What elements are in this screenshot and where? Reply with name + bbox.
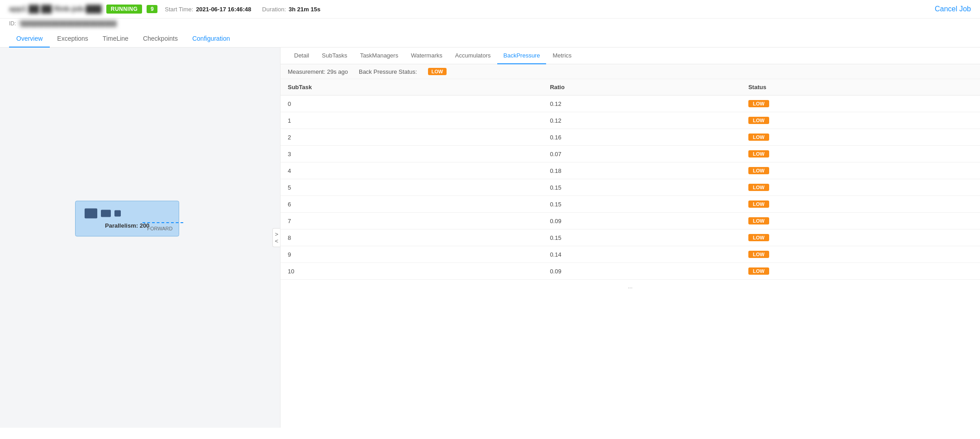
tab-accumulators[interactable]: Accumulators [449, 48, 497, 64]
nav-tabs: Overview Exceptions TimeLine Checkpoints… [0, 30, 980, 48]
tab-configuration[interactable]: Configuration [185, 30, 237, 48]
cell-subtask: 1 [281, 112, 542, 129]
top-bar: app1 ██ ██ flink-job-███ RUNNING 9 Start… [0, 0, 980, 19]
table-row: 90.14LOW [281, 246, 980, 263]
node-icon-tiny [114, 210, 121, 217]
tab-detail[interactable]: Detail [288, 48, 315, 64]
tab-backpressure[interactable]: BackPressure [497, 48, 547, 64]
cell-subtask: 0 [281, 95, 542, 112]
cell-subtask: 8 [281, 229, 542, 246]
collapse-icon[interactable]: < [275, 238, 278, 244]
status-badge-low: LOW [748, 100, 769, 107]
cell-status: LOW [741, 162, 980, 179]
table-row: 80.15LOW [281, 229, 980, 246]
cell-subtask: 2 [281, 129, 542, 146]
status-badge-low: LOW [748, 267, 769, 275]
table-row: 20.16LOW [281, 129, 980, 146]
job-id-row: ID: 7█████████████████████████ [0, 19, 980, 30]
table-row: 40.18LOW [281, 162, 980, 179]
detail-meta: Measurement: 29s ago Back Pressure Statu… [281, 64, 980, 79]
table-row: 70.09LOW [281, 213, 980, 229]
table-row: 100.09LOW [281, 263, 980, 280]
cell-subtask: 4 [281, 162, 542, 179]
cell-ratio: 0.09 [542, 263, 741, 280]
col-status: Status [741, 79, 980, 95]
cell-ratio: 0.15 [542, 179, 741, 196]
cell-subtask: 6 [281, 196, 542, 213]
start-time-item: Start Time: 2021-06-17 16:46:48 [165, 6, 251, 13]
job-id-value: 7█████████████████████████ [18, 20, 117, 27]
cell-ratio: 0.15 [542, 196, 741, 213]
expand-icon[interactable]: > [275, 231, 278, 237]
node-icon-small [101, 210, 111, 217]
cell-subtask: 7 [281, 213, 542, 229]
status-badge-low: LOW [748, 134, 769, 141]
node-icon-large [85, 209, 97, 219]
duration-item: Duration: 3h 21m 15s [262, 6, 320, 13]
connector-line [143, 222, 183, 223]
status-badge-low: LOW [748, 167, 769, 174]
cancel-job-button[interactable]: Cancel Job [935, 5, 971, 13]
graph-background [0, 48, 280, 428]
duration-value: 3h 21m 15s [289, 6, 320, 13]
col-ratio: Ratio [542, 79, 741, 95]
pressure-status-label: Back Pressure Status: [359, 68, 417, 75]
panel-toggle[interactable]: > < [272, 228, 280, 247]
cell-ratio: 0.15 [542, 229, 741, 246]
cell-ratio: 0.07 [542, 146, 741, 162]
tab-metrics[interactable]: Metrics [546, 48, 578, 64]
cell-ratio: 0.09 [542, 213, 741, 229]
tab-taskmanagers[interactable]: TaskManagers [354, 48, 405, 64]
cell-status: LOW [741, 129, 980, 146]
cell-status: LOW [741, 179, 980, 196]
cell-status: LOW [741, 146, 980, 162]
cell-status: LOW [741, 213, 980, 229]
tab-subtasks[interactable]: SubTasks [315, 48, 353, 64]
more-indicator: ... [281, 280, 980, 293]
status-badge-low: LOW [748, 200, 769, 208]
pressure-status-value: LOW [428, 68, 447, 75]
cell-ratio: 0.18 [542, 162, 741, 179]
cell-subtask: 5 [281, 179, 542, 196]
cell-ratio: 0.14 [542, 246, 741, 263]
status-badge-low: LOW [748, 251, 769, 258]
id-label: ID: [9, 20, 16, 27]
cell-status: LOW [741, 263, 980, 280]
status-badge-low: LOW [748, 117, 769, 124]
cell-ratio: 0.12 [542, 95, 741, 112]
status-badge-low: LOW [748, 217, 769, 224]
tab-timeline[interactable]: TimeLine [95, 30, 136, 48]
tab-overview[interactable]: Overview [9, 30, 50, 48]
main-content: Parallelism: 200 FORWARD > < Detail SubT… [0, 48, 980, 428]
tab-watermarks[interactable]: Watermarks [404, 48, 449, 64]
status-badge: RUNNING [106, 5, 143, 14]
backpressure-table: SubTask Ratio Status 00.12LOW10.12LOW20.… [281, 79, 980, 280]
task-count-badge: 9 [147, 5, 157, 13]
cell-subtask: 3 [281, 146, 542, 162]
detail-tabs: Detail SubTasks TaskManagers Watermarks … [281, 48, 980, 64]
table-body: 00.12LOW10.12LOW20.16LOW30.07LOW40.18LOW… [281, 95, 980, 280]
table-row: 00.12LOW [281, 95, 980, 112]
cell-status: LOW [741, 95, 980, 112]
tab-checkpoints[interactable]: Checkpoints [136, 30, 185, 48]
detail-panel: Detail SubTasks TaskManagers Watermarks … [281, 48, 980, 428]
start-time-label: Start Time: [165, 6, 193, 13]
cell-subtask: 10 [281, 263, 542, 280]
cell-status: LOW [741, 196, 980, 213]
table-header-row: SubTask Ratio Status [281, 79, 980, 95]
tab-exceptions[interactable]: Exceptions [50, 30, 95, 48]
graph-panel: Parallelism: 200 FORWARD > < [0, 48, 281, 428]
cell-status: LOW [741, 112, 980, 129]
table-container[interactable]: SubTask Ratio Status 00.12LOW10.12LOW20.… [281, 79, 980, 428]
status-badge-low: LOW [748, 184, 769, 191]
table-row: 60.15LOW [281, 196, 980, 213]
duration-label: Duration: [262, 6, 286, 13]
col-subtask: SubTask [281, 79, 542, 95]
status-badge-low: LOW [748, 234, 769, 241]
table-row: 30.07LOW [281, 146, 980, 162]
job-meta: Start Time: 2021-06-17 16:46:48 Duration… [165, 6, 928, 13]
cell-subtask: 9 [281, 246, 542, 263]
table-row: 10.12LOW [281, 112, 980, 129]
cell-status: LOW [741, 229, 980, 246]
measurement-text: Measurement: 29s ago [288, 68, 348, 75]
